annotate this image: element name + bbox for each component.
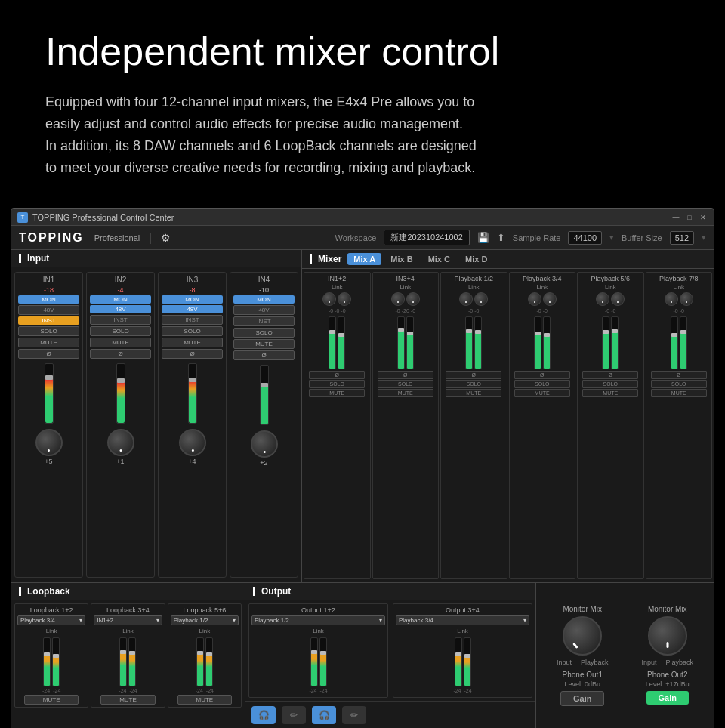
mix-pb78-solo-btn[interactable]: SOLO — [651, 380, 707, 388]
ch1-mon-btn[interactable]: MON — [18, 295, 79, 304]
mix-pb12-mute-btn[interactable]: MUTE — [446, 389, 501, 397]
settings-icon[interactable]: ⚙ — [161, 232, 171, 244]
ch4-knob[interactable] — [251, 430, 278, 458]
mix-in34-solo-btn[interactable]: SOLO — [378, 380, 433, 388]
mix-in34-fader2[interactable] — [406, 316, 414, 369]
ch2-mon-btn[interactable]: MON — [90, 295, 151, 304]
out-headphone2-btn[interactable]: 🎧 — [312, 706, 336, 724]
mix-in12-vol-knob[interactable] — [338, 292, 351, 306]
mix-pb34-fader1[interactable] — [534, 316, 541, 369]
tab-mix-b[interactable]: Mix B — [384, 253, 418, 265]
mix-in12-fader2[interactable] — [338, 316, 345, 369]
mix-pb78-fader2[interactable] — [680, 316, 687, 369]
mix-pb12-solo-btn[interactable]: SOLO — [446, 380, 501, 388]
mix-in34-phase-btn[interactable]: Ø — [378, 371, 433, 379]
mix-in12-mute-btn[interactable]: MUTE — [309, 389, 365, 397]
mix-pb56-vol-knob[interactable] — [611, 292, 625, 306]
lb1-mute-btn[interactable]: MUTE — [24, 695, 79, 705]
out-edit2-btn[interactable]: ✏ — [342, 706, 366, 724]
mix-pb56-fader1[interactable] — [602, 316, 609, 369]
close-button[interactable]: ✕ — [699, 213, 708, 222]
workspace-name[interactable]: 新建202310241002 — [384, 230, 469, 245]
out-headphone1-btn[interactable]: 🎧 — [251, 706, 276, 724]
mix-in34-pan-knob[interactable] — [391, 292, 405, 306]
mix-pb34-pan-knob[interactable] — [528, 292, 541, 306]
save-icon[interactable]: 💾 — [477, 232, 489, 243]
mix-pb78-pan-knob[interactable] — [665, 292, 678, 306]
ch1-48v-btn[interactable]: 48V — [18, 305, 79, 315]
ch1-fader-track[interactable] — [45, 363, 54, 424]
lb1-fader2[interactable] — [52, 637, 60, 686]
mix-pb56-pan-knob[interactable] — [596, 292, 609, 306]
out1-source-select[interactable]: Playback 1/2 ▾ — [251, 615, 385, 625]
ch2-fader-track[interactable] — [116, 363, 125, 424]
mix-pb12-vol-knob[interactable] — [474, 292, 488, 306]
export-icon[interactable]: ⬆ — [497, 232, 505, 243]
mix-pb12-pan-knob[interactable] — [459, 292, 473, 306]
minimize-button[interactable]: — — [671, 213, 680, 222]
out1-fader2[interactable] — [319, 637, 327, 686]
lb3-fader2[interactable] — [205, 637, 213, 686]
ch3-48v-btn[interactable]: 48V — [162, 305, 223, 313]
ch3-fader-track[interactable] — [188, 363, 197, 424]
ch4-mute-btn[interactable]: MUTE — [233, 339, 295, 349]
lb3-source-select[interactable]: Playback 1/2 ▾ — [171, 615, 239, 625]
lb2-source-select[interactable]: IN1+2 ▾ — [94, 615, 162, 625]
ch4-phase-btn[interactable]: Ø — [233, 350, 295, 360]
ch1-solo-btn[interactable]: SOLO — [18, 326, 79, 336]
mix-pb12-phase-btn[interactable]: Ø — [446, 371, 501, 379]
ch2-mute-btn[interactable]: MUTE — [90, 338, 151, 347]
mix-pb56-fader2[interactable] — [611, 316, 619, 369]
mix-pb78-vol-knob[interactable] — [680, 292, 693, 306]
tab-mix-c[interactable]: Mix C — [422, 253, 456, 265]
monitor1-gain-btn[interactable]: Gain — [560, 691, 604, 706]
mix-pb34-mute-btn[interactable]: MUTE — [514, 389, 570, 397]
ch2-solo-btn[interactable]: SOLO — [90, 326, 151, 336]
lb2-fader2[interactable] — [128, 637, 136, 686]
mix-pb34-fader2[interactable] — [543, 316, 551, 369]
monitor1-knob[interactable] — [563, 616, 602, 656]
monitor2-gain-btn[interactable]: Gain — [646, 691, 689, 705]
mix-in12-fader1[interactable] — [329, 316, 336, 369]
ch4-solo-btn[interactable]: SOLO — [233, 328, 295, 338]
mix-pb34-vol-knob[interactable] — [543, 292, 557, 306]
out1-fader1[interactable] — [310, 637, 318, 686]
buffer-size-value[interactable]: 512 — [670, 231, 694, 245]
mix-in12-solo-btn[interactable]: SOLO — [309, 380, 365, 388]
sample-rate-value[interactable]: 44100 — [568, 231, 602, 245]
mix-in34-fader1[interactable] — [397, 316, 405, 369]
lb2-fader1[interactable] — [119, 637, 127, 686]
mix-pb56-phase-btn[interactable]: Ø — [582, 371, 638, 379]
ch4-fader-track[interactable] — [260, 365, 269, 425]
out2-fader1[interactable] — [455, 637, 462, 686]
ch3-phase-btn[interactable]: Ø — [162, 349, 223, 359]
lb2-mute-btn[interactable]: MUTE — [100, 695, 155, 705]
ch1-phase-btn[interactable]: Ø — [18, 349, 79, 359]
ch3-solo-btn[interactable]: SOLO — [162, 326, 223, 336]
mix-in34-vol-knob[interactable] — [406, 292, 420, 306]
lb1-fader1[interactable] — [43, 637, 51, 686]
mix-in34-mute-btn[interactable]: MUTE — [378, 389, 433, 397]
ch3-mute-btn[interactable]: MUTE — [162, 338, 223, 347]
mix-in12-phase-btn[interactable]: Ø — [309, 371, 365, 379]
lb1-source-select[interactable]: Playback 3/4 ▾ — [17, 615, 85, 625]
ch2-inst-btn[interactable]: INST — [90, 315, 151, 325]
tab-mix-a[interactable]: Mix A — [347, 253, 381, 265]
ch4-mon-btn[interactable]: MON — [233, 295, 295, 304]
ch1-inst-btn[interactable]: INST — [18, 316, 79, 325]
maximize-button[interactable]: □ — [685, 213, 694, 222]
monitor2-knob[interactable] — [648, 616, 687, 656]
mix-in12-pan-knob[interactable] — [322, 292, 336, 306]
mix-pb12-fader2[interactable] — [474, 316, 482, 369]
mix-pb34-solo-btn[interactable]: SOLO — [514, 380, 570, 388]
out2-fader2[interactable] — [464, 637, 471, 686]
tab-mix-d[interactable]: Mix D — [459, 253, 493, 265]
out-edit1-btn[interactable]: ✏ — [282, 706, 306, 724]
mix-pb78-mute-btn[interactable]: MUTE — [651, 389, 707, 397]
ch3-mon-btn[interactable]: MON — [162, 295, 223, 304]
mix-pb78-fader1[interactable] — [671, 316, 678, 369]
ch3-knob[interactable] — [179, 429, 206, 456]
ch2-48v-btn[interactable]: 48V — [90, 305, 151, 313]
mix-pb56-solo-btn[interactable]: SOLO — [582, 380, 638, 388]
ch4-48v-btn[interactable]: 48V — [233, 305, 295, 315]
